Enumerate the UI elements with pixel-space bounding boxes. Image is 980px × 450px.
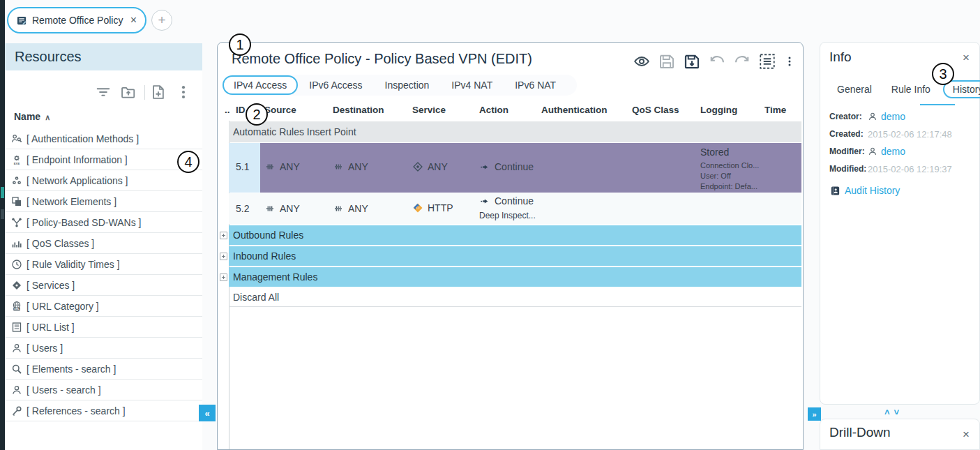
sidebar-item-url-category[interactable]: [ URL Category ] — [5, 296, 202, 317]
sidebar-item-elements-search[interactable]: [ Elements - search ] — [5, 359, 202, 380]
sidebar-item-rule-validity-times[interactable]: [ Rule Validity Times ] — [5, 254, 202, 275]
scroll-down-icon[interactable]: ˅ — [894, 407, 900, 417]
table-end-divider — [229, 306, 801, 307]
user-icon — [868, 147, 877, 156]
column-source[interactable]: Source — [264, 105, 296, 115]
modifier-link[interactable]: demo — [881, 146, 905, 157]
scroll-up-icon[interactable]: ˄ — [884, 407, 890, 417]
drilldown-panel: Drill-Down × — [820, 419, 980, 450]
any-service-icon — [412, 161, 423, 172]
source-cell[interactable]: ANY — [264, 203, 300, 214]
creator-link[interactable]: demo — [881, 111, 905, 122]
column-grip[interactable]: .. — [225, 105, 230, 115]
policy-tab-icon — [17, 15, 27, 26]
sidebar-item-users-search[interactable]: [ Users - search ] — [5, 380, 202, 400]
rule-validity-times-icon — [11, 259, 22, 270]
tab-ipv4-access[interactable]: IPv4 Access — [223, 75, 298, 95]
section-row-outbound-rules[interactable]: Outbound Rules — [229, 225, 801, 245]
info-panel-title: Info — [829, 50, 852, 65]
service-cell[interactable]: HTTP — [412, 202, 453, 214]
sidebar-item-policy-based-sdwans[interactable]: [ Policy-Based SD-WANs ] — [5, 212, 202, 233]
callout-4: 4 — [177, 151, 199, 173]
network-elements-icon — [11, 196, 22, 207]
column-id[interactable]: ID — [236, 105, 246, 115]
destination-cell[interactable]: ANY — [333, 203, 368, 214]
expand-management-rules-icon[interactable] — [220, 273, 227, 281]
expand-inbound-rules-icon[interactable] — [220, 253, 227, 260]
tab-ipv6-nat[interactable]: IPv6 NAT — [504, 75, 567, 95]
action-cell[interactable]: Continue — [479, 195, 534, 207]
column-destination[interactable]: Destination — [333, 105, 384, 115]
redo-button[interactable] — [734, 53, 751, 70]
preview-button[interactable] — [633, 53, 650, 70]
document-tab[interactable]: Remote Office Policy - .. × — [7, 7, 146, 33]
more-actions-button[interactable] — [784, 53, 795, 70]
section-row-management-rules[interactable]: Management Rules — [229, 267, 801, 287]
modified-value: 2015-02-06 12:19:37 — [868, 164, 952, 174]
user-icon — [868, 112, 877, 121]
automatic-rules-insert-point-row[interactable]: Automatic Rules Insert Point — [229, 121, 801, 142]
tab-ipv6-access[interactable]: IPv6 Access — [298, 75, 373, 95]
action-cell[interactable]: Continue — [479, 161, 534, 172]
tab-inspection[interactable]: Inspection — [374, 75, 441, 95]
rule-row-5-1[interactable]: 5.1 ANY ANY ANY Continue Stored Connecti… — [229, 143, 801, 193]
tab-rule-info[interactable]: Rule Info — [884, 80, 937, 98]
audit-history-link[interactable]: Audit History — [830, 185, 900, 196]
sidebar-item-users[interactable]: [ Users ] — [5, 338, 202, 359]
sidebar-item-url-list[interactable]: [ URL List ] — [5, 317, 202, 338]
logging-value[interactable]: Stored — [700, 147, 729, 158]
rule-row-5-2[interactable]: 5.2 ANY ANY HTTP Continue Deep Inspect..… — [229, 193, 801, 224]
references-search-icon — [11, 405, 22, 417]
sidebar-more-button[interactable] — [176, 84, 191, 100]
column-time[interactable]: Time — [764, 105, 786, 115]
history-tab-indicator — [920, 104, 955, 105]
sidebar-item-qos-classes[interactable]: [ QoS Classes ] — [5, 233, 202, 254]
users-icon — [11, 343, 22, 354]
column-service[interactable]: Service — [412, 105, 446, 115]
drilldown-title: Drill-Down — [829, 425, 891, 440]
source-cell[interactable]: ANY — [264, 161, 300, 172]
resources-panel: Resources Name∧ [ Authentication Methods… — [5, 43, 202, 450]
expand-outbound-rules-icon[interactable] — [220, 232, 227, 239]
users-search-icon — [11, 384, 22, 396]
section-row-inbound-rules[interactable]: Inbound Rules — [229, 246, 801, 266]
save-button[interactable] — [658, 53, 675, 70]
undo-button[interactable] — [709, 53, 725, 70]
sidebar-item-network-elements[interactable]: [ Network Elements ] — [5, 191, 202, 212]
new-tab-button[interactable]: + — [151, 10, 172, 31]
sidebar-item-endpoint-information[interactable]: [ Endpoint Information ] — [5, 149, 202, 170]
continue-action-icon — [479, 162, 490, 172]
discard-all-row[interactable]: Discard All — [229, 288, 801, 306]
tab-general[interactable]: General — [830, 80, 879, 98]
destination-cell[interactable]: ANY — [333, 161, 368, 172]
any-element-icon — [264, 203, 276, 214]
network-applications-icon — [11, 175, 22, 186]
sidebar-item-services[interactable]: [ Services ] — [5, 275, 202, 296]
selection-mode-button[interactable] — [759, 53, 776, 70]
column-action[interactable]: Action — [479, 105, 508, 115]
sidebar-item-references-search[interactable]: [ References - search ] — [5, 400, 202, 421]
tab-ipv4-nat[interactable]: IPv4 NAT — [440, 75, 504, 95]
service-cell[interactable]: ANY — [412, 161, 448, 172]
logging-detail: Connection Clo... — [700, 161, 759, 170]
new-element-button[interactable] — [151, 84, 166, 100]
save-and-install-button[interactable] — [684, 53, 700, 70]
sort-ascending-icon: ∧ — [45, 113, 50, 121]
close-tab-icon[interactable]: × — [130, 15, 137, 26]
sidebar-item-authentication-methods[interactable]: [ Authentication Methods ] — [5, 128, 202, 149]
close-info-icon[interactable]: × — [963, 51, 970, 65]
column-logging[interactable]: Logging — [700, 105, 737, 115]
column-qos-class[interactable]: QoS Class — [632, 105, 679, 115]
modifier-field: Modifier: demo — [829, 144, 905, 159]
collapse-sidebar-button[interactable]: « — [199, 405, 216, 421]
close-drilldown-icon[interactable]: × — [963, 428, 970, 442]
parent-folder-button[interactable] — [121, 84, 136, 100]
rule-table-header: .. ID Source Destination Service Action … — [229, 100, 801, 121]
modified-field: Modified: 2015-02-06 12:19:37 — [829, 161, 952, 177]
sidebar-item-network-applications[interactable]: [ Network Applications ] — [5, 170, 202, 191]
name-column-header[interactable]: Name∧ — [14, 111, 50, 122]
policy-based-sdwans-icon — [11, 217, 22, 228]
column-authentication[interactable]: Authentication — [541, 105, 608, 115]
expand-drilldown-button[interactable]: » — [808, 407, 821, 421]
filter-button[interactable] — [96, 84, 111, 100]
